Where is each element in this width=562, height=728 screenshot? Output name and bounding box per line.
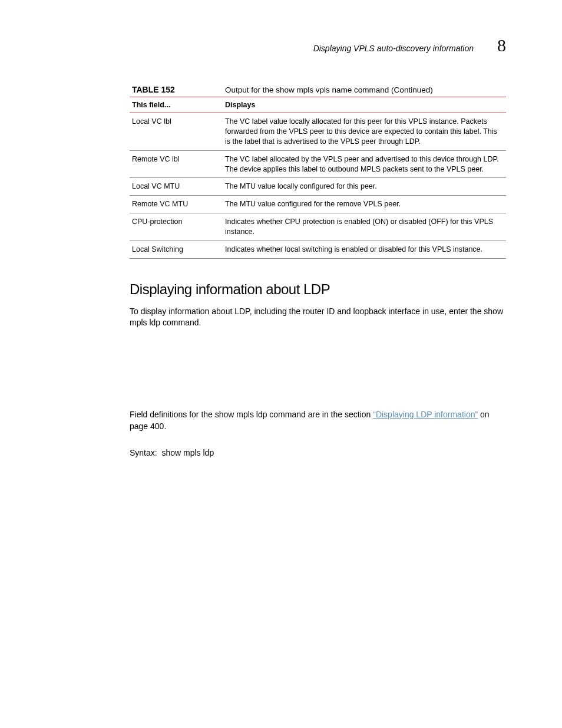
field-name: Remote VC lbl [130,150,223,178]
table-row: Local VC MTU The MTU value locally confi… [130,178,506,196]
table-row: Local Switching Indicates whether local … [130,241,506,258]
table-caption-row: TABLE 152 Output for the show mpls vpls … [130,85,506,97]
field-desc: The VC label allocated by the VPLS peer … [223,150,506,178]
field-desc: Indicates whether CPU protection is enab… [223,213,506,241]
table-label: TABLE 152 [130,85,223,97]
syntax-line: Syntax: show mpls ldp [130,447,506,459]
table-row: CPU-protection Indicates whether CPU pro… [130,213,506,241]
running-header: Displaying VPLS auto-discovery informati… [130,35,506,55]
field-name: Local VC lbl [130,113,223,151]
col-header-displays: Displays [223,97,506,113]
running-title: Displaying VPLS auto-discovery informati… [313,44,474,53]
table-title: Output for the show mpls vpls name comma… [223,85,506,97]
spacer [130,338,506,409]
field-desc: Indicates whether local switching is ena… [223,241,506,258]
crossref-link[interactable]: “Displaying LDP information” [373,410,478,419]
field-name: CPU-protection [130,213,223,241]
output-table: TABLE 152 Output for the show mpls vpls … [130,85,506,259]
section-heading: Displaying information about LDP [130,281,506,298]
col-header-field: This field... [130,97,223,113]
field-name: Local Switching [130,241,223,258]
table-row: Remote VC lbl The VC label allocated by … [130,150,506,178]
field-name: Local VC MTU [130,178,223,196]
chapter-number: 8 [497,35,506,55]
table-row: Remote VC MTU The MTU value configured f… [130,196,506,213]
field-desc: The VC label value locally allocated for… [223,113,506,151]
body-paragraph: Field definitions for the show mpls ldp … [130,409,506,432]
table-row: Local VC lbl The VC label value locally … [130,113,506,151]
body-paragraph: To display information about LDP, includ… [130,306,506,329]
text-run: Field definitions for the show mpls ldp … [130,410,373,419]
table-header-row: This field... Displays [130,97,506,113]
field-name: Remote VC MTU [130,196,223,213]
page-content: Displaying VPLS auto-discovery informati… [0,0,562,504]
field-desc: The MTU value configured for the remove … [223,196,506,213]
field-desc: The MTU value locally configured for thi… [223,178,506,196]
